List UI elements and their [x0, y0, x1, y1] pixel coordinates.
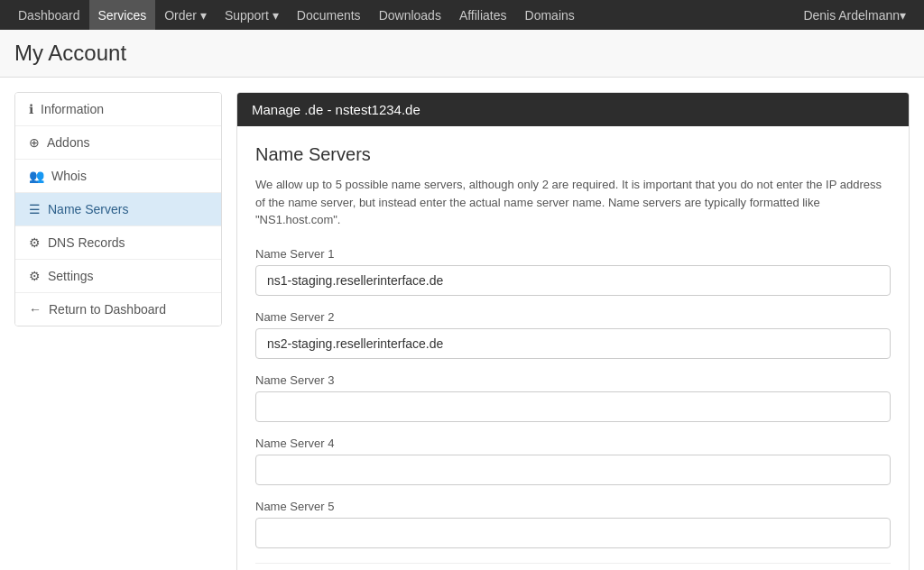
dns-records-icon: ⚙ [29, 235, 41, 250]
ns3-input[interactable] [255, 391, 891, 422]
ns2-label: Name Server 2 [255, 310, 891, 324]
ns4-input[interactable] [255, 455, 891, 485]
main-layout: ℹ Information ⊕ Addons 👥 Whois ☰ Name Se… [0, 78, 924, 570]
sidebar: ℹ Information ⊕ Addons 👥 Whois ☰ Name Se… [14, 92, 222, 326]
content-header: Manage .de - nstest1234.de [237, 93, 909, 126]
ns1-label: Name Server 1 [255, 247, 891, 261]
ns3-label: Name Server 3 [255, 373, 891, 387]
nav-downloads[interactable]: Downloads [370, 0, 450, 30]
sidebar-item-name-servers[interactable]: ☰ Name Servers [15, 193, 221, 226]
ns2-group: Name Server 2 [255, 310, 891, 359]
ns1-group: Name Server 1 [255, 247, 891, 296]
section-description: We allow up to 5 possible name servers, … [255, 176, 891, 229]
ns5-input[interactable] [255, 518, 891, 548]
name-servers-icon: ☰ [29, 202, 41, 216]
user-menu[interactable]: Denis Ardelmann ▾ [794, 0, 915, 30]
form-footer: ✎ Update Name Servers [255, 563, 891, 571]
sidebar-item-return-dashboard[interactable]: ← Return to Dashboard [15, 293, 221, 326]
ns5-group: Name Server 5 [255, 500, 891, 548]
nav-affiliates[interactable]: Affiliates [450, 0, 516, 30]
ns5-label: Name Server 5 [255, 500, 891, 513]
sidebar-item-dns-records[interactable]: ⚙ DNS Records [15, 226, 221, 260]
nav-documents[interactable]: Documents [288, 0, 370, 30]
sidebar-item-whois[interactable]: 👥 Whois [15, 160, 221, 193]
top-nav: Dashboard Services Order ▾ Support ▾ Doc… [0, 0, 924, 30]
ns3-group: Name Server 3 [255, 373, 891, 422]
nav-domains[interactable]: Domains [516, 0, 584, 30]
ns4-label: Name Server 4 [255, 437, 891, 450]
content-panel: Manage .de - nstest1234.de Name Servers … [236, 92, 910, 570]
settings-icon: ⚙ [29, 269, 41, 283]
ns4-group: Name Server 4 [255, 437, 891, 485]
ns1-input[interactable] [255, 265, 891, 296]
page-title: My Account [14, 41, 910, 66]
nav-support[interactable]: Support ▾ [216, 0, 288, 30]
addons-icon: ⊕ [29, 135, 40, 150]
nav-order[interactable]: Order ▾ [155, 0, 216, 30]
nav-services[interactable]: Services [89, 0, 156, 30]
nav-dashboard[interactable]: Dashboard [9, 0, 89, 30]
ns2-input[interactable] [255, 328, 891, 359]
sidebar-item-addons[interactable]: ⊕ Addons [15, 126, 221, 160]
sidebar-item-settings[interactable]: ⚙ Settings [15, 260, 221, 293]
sidebar-item-information[interactable]: ℹ Information [15, 93, 221, 126]
whois-icon: 👥 [29, 169, 44, 183]
content-body: Name Servers We allow up to 5 possible n… [237, 126, 909, 570]
page-header: My Account [0, 30, 924, 78]
return-icon: ← [29, 302, 42, 317]
section-title: Name Servers [255, 144, 891, 165]
information-icon: ℹ [29, 102, 33, 116]
